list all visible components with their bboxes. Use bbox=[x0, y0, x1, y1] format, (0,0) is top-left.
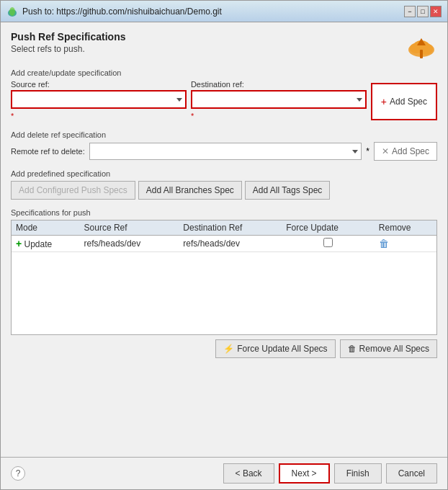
predefined-buttons: Add Configured Push Specs Add All Branch… bbox=[11, 181, 437, 200]
table-row: + Update refs/heads/dev refs/heads/dev 🗑 bbox=[12, 236, 436, 252]
remote-ref-select[interactable] bbox=[90, 143, 362, 159]
remove-all-button[interactable]: 🗑 Remove All Specs bbox=[340, 339, 437, 358]
main-content: Push Ref Specifications Select refs to p… bbox=[1, 22, 447, 457]
force-update-label: Force Update All Specs bbox=[237, 344, 327, 354]
main-window: Push to: https://github.com/nishuibaichu… bbox=[0, 0, 448, 490]
mode-icon: + bbox=[16, 238, 22, 249]
svg-point-1 bbox=[9, 7, 15, 16]
source-ref-group: Source ref: * bbox=[11, 80, 187, 120]
create-update-label: Add create/update specification bbox=[11, 68, 437, 77]
add-spec-label: Add Spec bbox=[390, 97, 427, 107]
source-ref-wrapper bbox=[11, 90, 187, 109]
push-icon bbox=[406, 31, 437, 63]
add-configured-push-button[interactable]: Add Configured Push Specs bbox=[11, 181, 135, 200]
help-button[interactable]: ? bbox=[11, 466, 25, 481]
add-spec-delete-button[interactable]: ✕ Add Spec bbox=[374, 142, 437, 161]
window-title: Push to: https://github.com/nishuibaichu… bbox=[22, 6, 222, 17]
remove-row-button[interactable]: 🗑 bbox=[379, 238, 389, 249]
titlebar-left: Push to: https://github.com/nishuibaichu… bbox=[6, 6, 222, 17]
delete-section-label: Add delete ref specification bbox=[11, 130, 437, 139]
col-mode: Mode bbox=[12, 220, 80, 236]
cell-destination-ref: refs/heads/dev bbox=[179, 236, 282, 252]
col-source-ref: Source Ref bbox=[80, 220, 179, 236]
add-spec-icon: + bbox=[381, 96, 387, 107]
cell-mode-icon: + Update bbox=[12, 236, 80, 252]
titlebar: Push to: https://github.com/nishuibaichu… bbox=[1, 1, 447, 22]
cell-mode: Update bbox=[24, 239, 53, 249]
specs-table-section: Specifications for push Mode Source Ref … bbox=[11, 208, 437, 448]
specs-actions: ⚡ Force Update All Specs 🗑 Remove All Sp… bbox=[11, 339, 437, 358]
footer-left: ? bbox=[11, 466, 25, 481]
close-button[interactable]: ✕ bbox=[430, 6, 442, 17]
app-icon bbox=[6, 6, 18, 17]
specs-table: Mode Source Ref Destination Ref Force Up… bbox=[12, 220, 436, 252]
header-text: Push Ref Specifications Select refs to p… bbox=[11, 31, 125, 54]
force-update-all-button[interactable]: ⚡ Force Update All Specs bbox=[215, 339, 335, 358]
destination-ref-wrapper bbox=[191, 90, 367, 109]
remote-ref-wrapper bbox=[89, 143, 362, 160]
specs-table-wrapper: Mode Source Ref Destination Ref Force Up… bbox=[11, 220, 437, 335]
delete-section: Add delete ref specification Remote ref … bbox=[11, 130, 437, 161]
add-spec-button[interactable]: + Add Spec bbox=[371, 83, 437, 120]
footer: ? < Back Next > Finish Cancel bbox=[1, 457, 447, 489]
titlebar-buttons: − □ ✕ bbox=[404, 6, 442, 17]
page-subtitle: Select refs to push. bbox=[11, 44, 125, 54]
remove-all-icon: 🗑 bbox=[348, 344, 357, 354]
create-update-fields: Source ref: * Destination ref: bbox=[11, 80, 437, 120]
add-all-branches-button[interactable]: Add All Branches Spec bbox=[138, 181, 242, 200]
icon-area bbox=[406, 31, 437, 63]
delete-field-row: Remote ref to delete: * ✕ Add Spec bbox=[11, 142, 437, 161]
source-ref-select[interactable] bbox=[12, 92, 185, 107]
source-ref-label: Source ref: bbox=[11, 80, 187, 89]
cell-remove[interactable]: 🗑 bbox=[375, 236, 436, 252]
add-spec-delete-label: Add Spec bbox=[392, 146, 429, 156]
minimize-button[interactable]: − bbox=[404, 6, 416, 17]
destination-ref-group: Destination ref: * bbox=[191, 80, 367, 120]
cell-source-ref: refs/heads/dev bbox=[80, 236, 179, 252]
remove-all-label: Remove All Specs bbox=[359, 344, 429, 354]
predefined-section: Add predefined specification Add Configu… bbox=[11, 169, 437, 200]
header-row: Push Ref Specifications Select refs to p… bbox=[11, 31, 437, 63]
add-all-tags-button[interactable]: Add All Tags Spec bbox=[245, 181, 331, 200]
col-remove: Remove bbox=[375, 220, 436, 236]
destination-ref-required: * bbox=[191, 112, 367, 120]
force-update-icon: ⚡ bbox=[223, 344, 234, 354]
destination-ref-select[interactable] bbox=[192, 92, 365, 107]
force-update-checkbox[interactable] bbox=[323, 238, 333, 247]
predefined-label: Add predefined specification bbox=[11, 169, 437, 178]
destination-ref-label: Destination ref: bbox=[191, 80, 367, 89]
col-force-update: Force Update bbox=[282, 220, 375, 236]
col-destination-ref: Destination Ref bbox=[179, 220, 282, 236]
cancel-button[interactable]: Cancel bbox=[386, 463, 437, 484]
table-header-row: Mode Source Ref Destination Ref Force Up… bbox=[12, 220, 436, 236]
page-title: Push Ref Specifications bbox=[11, 31, 125, 43]
maximize-button[interactable]: □ bbox=[417, 6, 429, 17]
delete-spec-icon: ✕ bbox=[382, 146, 389, 156]
svg-rect-6 bbox=[420, 50, 423, 58]
remote-ref-label: Remote ref to delete: bbox=[11, 147, 85, 156]
cell-force-update[interactable] bbox=[282, 236, 375, 252]
footer-buttons: < Back Next > Finish Cancel bbox=[223, 463, 437, 484]
back-button[interactable]: < Back bbox=[223, 463, 274, 484]
required-star-delete: * bbox=[366, 146, 369, 156]
create-update-section: Add create/update specification Source r… bbox=[11, 68, 437, 120]
next-button[interactable]: Next > bbox=[279, 463, 330, 484]
finish-button[interactable]: Finish bbox=[334, 463, 382, 484]
specs-table-label: Specifications for push bbox=[11, 208, 437, 217]
source-ref-required: * bbox=[11, 112, 187, 120]
